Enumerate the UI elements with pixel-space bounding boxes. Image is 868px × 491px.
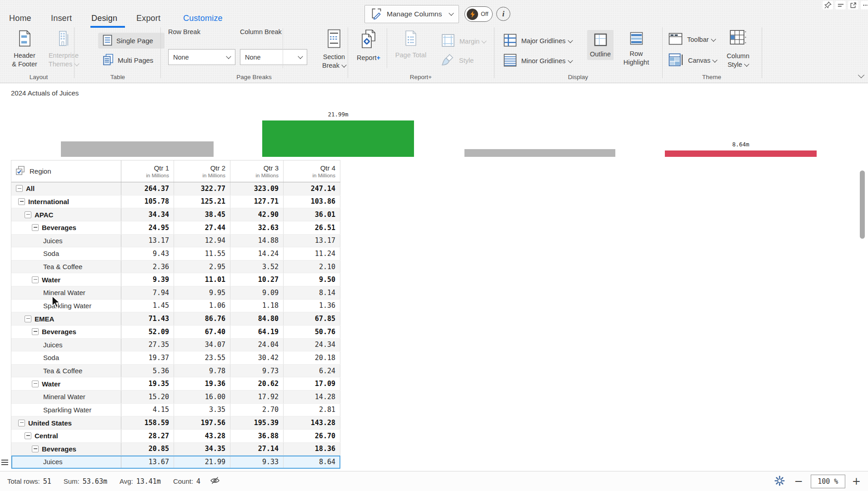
bar-qtr2[interactable]	[262, 120, 414, 157]
cell-qtr1[interactable]: 9.39	[121, 273, 174, 286]
cell-qtr1[interactable]: 15.20	[121, 391, 174, 403]
cell-qtr3[interactable]: 24.04	[230, 339, 284, 351]
cell-qtr2[interactable]: 16.00	[174, 391, 230, 403]
cell-qtr4[interactable]: 20.18	[284, 351, 340, 364]
row-highlight-button[interactable]: RowHighlight	[620, 32, 653, 67]
cell-qtr2[interactable]: 9.78	[174, 365, 230, 377]
cell-qtr4[interactable]: 13.17	[284, 235, 340, 247]
tab-export[interactable]: Export	[136, 14, 160, 23]
collapse-toggle[interactable]	[32, 446, 39, 452]
cell-qtr1[interactable]: 13.17	[121, 235, 174, 247]
manage-columns-button[interactable]: Manage Columns	[364, 5, 459, 23]
collapse-toggle[interactable]	[25, 316, 31, 322]
cell-qtr3[interactable]: 2.70	[230, 404, 284, 416]
cell-qtr1[interactable]: 19.37	[121, 351, 174, 364]
collapse-toggle[interactable]	[18, 198, 25, 205]
cell-qtr3[interactable]: 17.92	[230, 391, 284, 403]
cell-qtr3[interactable]: 64.19	[230, 326, 284, 338]
cell-qtr1[interactable]: 19.35	[121, 377, 174, 390]
cell-qtr4[interactable]: 18.36	[284, 443, 340, 456]
cell-qtr2[interactable]: 86.76	[174, 312, 230, 325]
collapse-toggle[interactable]	[18, 420, 25, 426]
cell-qtr1[interactable]: 5.36	[121, 365, 174, 377]
cell-qtr1[interactable]: 1.45	[121, 300, 174, 312]
cell-qtr1[interactable]: 13.67	[121, 456, 174, 468]
cell-qtr1[interactable]: 71.43	[121, 312, 174, 325]
cell-qtr3[interactable]: 9.33	[230, 456, 284, 468]
cell-qtr4[interactable]: 14.28	[284, 391, 340, 403]
column-style-button[interactable]: ColumnStyle	[722, 28, 754, 69]
cell-qtr4[interactable]: 26.70	[284, 430, 340, 442]
table-row[interactable]: Juices27.3534.0724.0424.34	[11, 339, 340, 352]
bar-qtr1[interactable]	[61, 141, 214, 157]
cell-qtr2[interactable]: 2.95	[174, 261, 230, 273]
cell-qtr4[interactable]: 143.28	[284, 416, 340, 429]
qtr1-header-cell[interactable]: Qtr 1 in Millions	[121, 160, 174, 182]
bar-qtr4[interactable]	[665, 150, 817, 157]
cell-qtr4[interactable]: 6.24	[284, 365, 340, 377]
power-toggle[interactable]: Off	[464, 6, 493, 22]
cell-qtr4[interactable]: 2.81	[284, 404, 340, 416]
qtr4-header-cell[interactable]: Qtr 4 in Millions	[284, 160, 340, 182]
cell-qtr3[interactable]: 20.62	[230, 377, 284, 390]
cell-qtr3[interactable]: 1.18	[230, 300, 284, 312]
settings-gear-icon[interactable]	[774, 475, 785, 488]
cell-qtr2[interactable]: 38.45	[174, 208, 230, 221]
cell-qtr4[interactable]: 67.85	[284, 312, 340, 325]
cell-qtr1[interactable]: 105.78	[121, 195, 174, 208]
table-row[interactable]: Mineral Water15.2016.0017.9214.28	[11, 391, 340, 404]
cell-qtr3[interactable]: 42.90	[230, 208, 284, 221]
bar-qtr3[interactable]	[464, 149, 615, 157]
major-gridlines-button[interactable]: Major Gridlines	[504, 34, 572, 48]
info-button[interactable]: i	[496, 7, 510, 21]
cell-qtr1[interactable]: 158.59	[121, 416, 174, 429]
row-drag-handle-icon[interactable]	[1, 460, 8, 465]
table-row[interactable]: Soda19.3723.5530.4220.18	[11, 351, 340, 365]
report-plus-button[interactable]: Report+	[353, 29, 384, 62]
cell-qtr1[interactable]: 52.09	[121, 326, 174, 338]
cell-qtr1[interactable]: 27.35	[121, 339, 174, 351]
cell-qtr3[interactable]: 27.14	[230, 443, 284, 456]
collapse-toggle[interactable]	[32, 276, 39, 283]
table-row[interactable]: Sparkling Water1.451.061.181.36	[11, 300, 340, 313]
cell-qtr2[interactable]: 19.36	[174, 377, 230, 390]
header-footer-button[interactable]: Header& Footer	[6, 30, 43, 69]
collapse-toggle[interactable]	[32, 381, 39, 387]
eye-off-icon[interactable]	[210, 476, 220, 486]
cell-qtr4[interactable]: 36.01	[284, 208, 340, 221]
table-row[interactable]: Beverages20.8534.3527.1418.36	[11, 443, 340, 456]
table-row[interactable]: Sparkling Water4.153.352.702.81	[11, 404, 340, 417]
minor-gridlines-button[interactable]: Minor Gridlines	[504, 54, 572, 68]
table-row[interactable]: EMEA71.4386.7684.8067.85	[11, 312, 340, 326]
cell-qtr3[interactable]: 9.09	[230, 286, 284, 299]
cell-qtr1[interactable]: 34.34	[121, 208, 174, 221]
cell-qtr4[interactable]: 9.50	[284, 273, 340, 286]
collapse-toggle[interactable]	[32, 328, 39, 335]
cell-qtr4[interactable]: 17.09	[284, 377, 340, 390]
cell-qtr1[interactable]: 264.37	[121, 182, 174, 195]
cell-qtr1[interactable]: 2.36	[121, 261, 174, 273]
cell-qtr3[interactable]: 84.80	[230, 312, 284, 325]
outline-button[interactable]: Outline	[587, 30, 614, 60]
cell-qtr2[interactable]: 197.56	[174, 416, 230, 429]
cell-qtr2[interactable]: 21.99	[174, 456, 230, 468]
cell-qtr2[interactable]: 11.01	[174, 273, 230, 286]
cell-qtr4[interactable]: 50.76	[284, 326, 340, 338]
toolbar-theme-button[interactable]: Toolbar	[668, 33, 715, 46]
cell-qtr3[interactable]: 10.27	[230, 273, 284, 286]
column-break-select[interactable]: None	[240, 49, 307, 65]
table-row[interactable]: Central28.2743.2836.8826.70	[11, 430, 340, 443]
cell-qtr1[interactable]: 7.94	[121, 286, 174, 299]
tab-home[interactable]: Home	[9, 14, 31, 23]
qtr2-header-cell[interactable]: Qtr 2 in Millions	[174, 160, 230, 182]
cell-qtr2[interactable]: 322.77	[174, 182, 230, 195]
cell-qtr2[interactable]: 67.40	[174, 326, 230, 338]
cell-qtr3[interactable]: 14.24	[230, 247, 284, 260]
pin-icon[interactable]	[823, 1, 833, 10]
row-break-select[interactable]: None	[168, 49, 235, 65]
cell-qtr2[interactable]: 34.35	[174, 443, 230, 456]
cell-qtr2[interactable]: 27.44	[174, 221, 230, 234]
cell-qtr2[interactable]: 3.35	[174, 404, 230, 416]
table-row[interactable]: Water9.3911.0110.279.50	[11, 273, 340, 286]
cell-qtr4[interactable]: 247.14	[284, 182, 340, 195]
